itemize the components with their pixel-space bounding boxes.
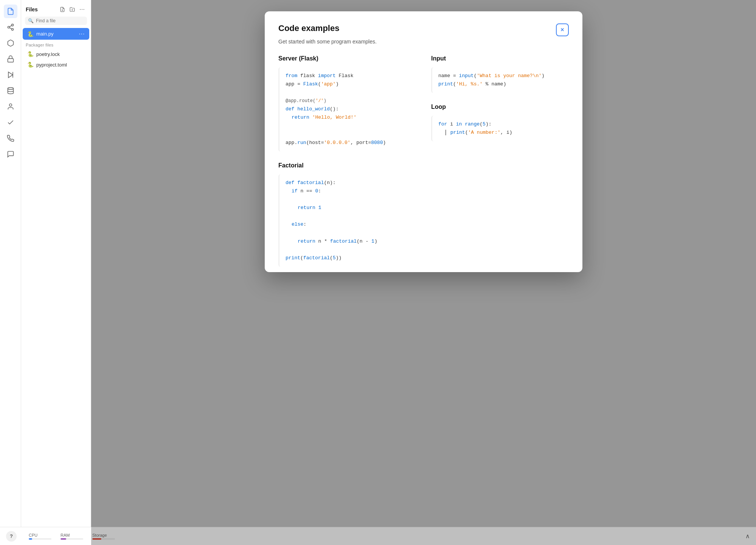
factorial-section: Factorial def factorial(n): if n == 0: r…	[278, 162, 416, 267]
sidebar-item-chat[interactable]	[4, 147, 17, 161]
ram-bar-fill	[61, 538, 66, 540]
loop-code: for i in range(5): │ print('A number:', …	[431, 116, 569, 141]
main-area: Code examples × Get started with some pr…	[91, 0, 756, 545]
cpu-bar-background	[29, 538, 51, 540]
cpu-status: CPU	[29, 533, 51, 540]
ram-bar-background	[61, 538, 83, 540]
file-name: poetry.lock	[36, 51, 60, 57]
sidebar-item-check[interactable]	[4, 116, 17, 129]
server-title: Server (Flask)	[278, 55, 416, 62]
file-item-pyproject-toml[interactable]: 🐍 pyproject.toml	[23, 59, 89, 70]
modal-header: Code examples ×	[278, 23, 569, 36]
factorial-title: Factorial	[278, 162, 416, 169]
packager-section-label: Packager files	[21, 40, 91, 49]
svg-line-3	[9, 28, 12, 29]
file-name: main.py	[36, 31, 54, 37]
loop-title: Loop	[431, 104, 569, 110]
pyproject-icon: 🐍	[27, 62, 34, 68]
help-button[interactable]: ?	[6, 531, 17, 542]
right-column: Input name = input('What is your name?\n…	[431, 55, 569, 272]
svg-point-9	[9, 104, 12, 107]
sidebar-item-package[interactable]	[4, 36, 17, 50]
svg-line-4	[9, 25, 12, 26]
file-more-button[interactable]: ⋯	[79, 30, 85, 37]
svg-rect-5	[8, 59, 13, 62]
svg-point-1	[8, 26, 9, 28]
sidebar-item-mail[interactable]	[4, 132, 17, 145]
sidebar-item-user[interactable]	[4, 100, 17, 113]
search-input[interactable]	[36, 18, 84, 23]
factorial-code: def factorial(n): if n == 0: return 1 el…	[278, 174, 416, 267]
input-title: Input	[431, 55, 569, 62]
left-column: Server (Flask) from flask import Flask a…	[278, 55, 416, 272]
file-panel: Files ⋯ 🔍 🐍	[21, 0, 91, 545]
modal-subtitle: Get started with some program examples.	[278, 39, 569, 45]
examples-layout: Server (Flask) from flask import Flask a…	[278, 55, 569, 272]
ram-label: RAM	[61, 533, 83, 537]
cpu-label: CPU	[29, 533, 51, 537]
ram-status: RAM	[61, 533, 83, 540]
file-panel-title: Files	[26, 6, 38, 12]
svg-point-8	[8, 88, 13, 90]
svg-point-2	[11, 28, 13, 30]
cpu-bar-fill	[29, 538, 32, 540]
sidebar-item-files[interactable]	[4, 5, 17, 18]
file-item-main-py[interactable]: 🐍 main.py ⋯	[23, 28, 89, 40]
more-options-button[interactable]: ⋯	[78, 5, 86, 14]
svg-marker-6	[8, 72, 13, 78]
sidebar	[0, 0, 21, 545]
code-examples-modal: Code examples × Get started with some pr…	[265, 11, 582, 272]
svg-point-0	[11, 24, 13, 26]
file-name: pyproject.toml	[36, 62, 67, 68]
file-panel-header: Files ⋯	[21, 0, 91, 17]
new-file-button[interactable]	[58, 5, 67, 14]
input-code: name = input('What is your name?\n') pri…	[431, 67, 569, 93]
poetry-lock-icon: 🐍	[27, 51, 34, 57]
file-search-box[interactable]: 🔍	[25, 17, 87, 25]
file-item-poetry-lock[interactable]: 🐍 poetry.lock	[23, 49, 89, 59]
loop-section: Loop for i in range(5): │ print('A numbe…	[431, 104, 569, 141]
modal-close-button[interactable]: ×	[556, 23, 569, 36]
file-panel-actions: ⋯	[58, 5, 86, 14]
sidebar-item-share[interactable]	[4, 20, 17, 34]
server-section: Server (Flask) from flask import Flask a…	[278, 55, 416, 152]
sidebar-item-run[interactable]	[4, 68, 17, 82]
sidebar-item-database[interactable]	[4, 84, 17, 98]
modal-title: Code examples	[278, 23, 339, 33]
sidebar-item-lock[interactable]	[4, 52, 17, 66]
search-icon: 🔍	[28, 18, 34, 23]
python-file-icon: 🐍	[27, 31, 34, 37]
input-section: Input name = input('What is your name?\n…	[431, 55, 569, 93]
new-folder-button[interactable]	[68, 5, 76, 14]
server-code: from flask import Flask app = Flask('app…	[278, 67, 416, 152]
